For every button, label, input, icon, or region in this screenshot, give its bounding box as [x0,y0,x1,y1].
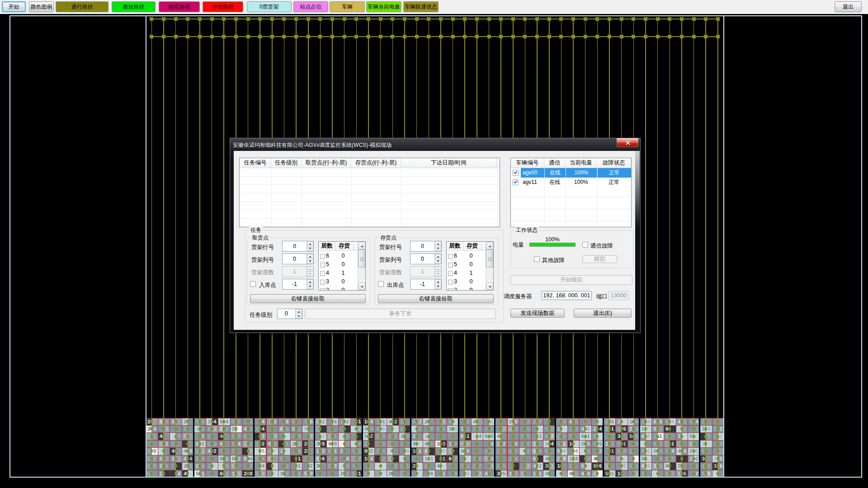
layer-row[interactable]: 30 [319,278,358,287]
toolbar-button-exit[interactable]: 退出 [835,1,862,12]
toolbar-button-traffic-path[interactable]: 通行路径 [56,1,108,12]
toolbar-button-layer0-shelf[interactable]: 0层货架 [247,1,292,12]
vehicle-table[interactable]: 车辆编号通信当前电量故障状态agv00在线100%正常agv11在线100%正常 [510,158,632,227]
storage-point-checkbox[interactable] [378,281,384,287]
spin-down[interactable] [435,246,441,252]
list-scrollbar[interactable] [486,242,493,290]
column-header[interactable]: 车辆编号 [511,158,544,168]
column-header[interactable]: 当前电量 [566,158,597,168]
scroll-up-button[interactable] [486,242,493,249]
close-button[interactable] [616,138,639,148]
layer-row[interactable]: 41 [447,270,486,278]
scroll-thumb[interactable] [486,249,493,267]
toolbar-button-color-legend[interactable]: 颜色图例 [29,1,54,12]
vehicle-row[interactable]: agv11在线100%正常 [511,178,631,187]
layer-checkbox[interactable] [448,288,453,291]
layer-row[interactable]: 60 [447,253,486,261]
spin-up[interactable] [435,254,441,259]
layer-checkbox[interactable] [320,280,325,285]
other-fault-checkbox[interactable] [534,256,540,262]
dialog-titlebar[interactable]: 安徽依诺玛智能科技有限公司-AGVs调度监控系统(WCS)-模拟现场 [230,138,640,151]
column-header[interactable]: 通信 [544,158,566,168]
vehicle-row[interactable]: agv00在线100%正常 [511,168,631,178]
toolbar-button-station-occupancy[interactable]: 站点占位 [293,1,328,12]
layer-checkbox[interactable] [320,263,325,267]
start-simulation-button[interactable]: 开始模拟 [510,275,632,285]
toolbar-button-shortest-path[interactable]: 最短路径 [112,1,156,12]
layer-checkbox[interactable] [448,254,453,259]
spin-down[interactable] [435,284,441,290]
vehicle-checkbox[interactable] [513,170,519,176]
layer-row[interactable]: 50 [319,261,358,270]
storage-row-label: 货架行号 [379,244,402,251]
layer-row[interactable]: 20 [447,287,486,291]
spin-down[interactable] [307,259,313,264]
toolbar-button-vehicle-battery[interactable]: 车辆当前电量 [366,1,401,12]
storage-layer-spinner[interactable]: 1 [410,266,442,277]
storage-layer-list[interactable]: 层数存货6050413020 [446,241,494,291]
toolbar-button-vehicle[interactable]: 车辆 [330,1,365,12]
layer-row[interactable]: 30 [447,278,486,287]
storage-col-spinner[interactable]: 0 [410,253,442,264]
spin-up[interactable] [435,241,441,246]
spin-up[interactable] [307,267,313,272]
spin-up[interactable] [307,279,313,284]
pickup-point-checkbox[interactable] [250,281,256,287]
pickup-pick-button[interactable]: 右键直接拾取 [250,294,366,303]
storage-pick-button[interactable]: 右键直接拾取 [378,294,494,303]
toolbar-button-locked-path[interactable]: 锁定路径 [159,1,200,12]
layer-checkbox[interactable] [320,288,325,291]
toolbar-button-vehicle-connectivity[interactable]: 车辆联通状态 [403,1,439,12]
column-header[interactable]: 存货点(行-列-层) [351,158,401,168]
layer-row[interactable]: 60 [319,253,358,261]
task-table-empty-row [240,168,500,177]
spin-up[interactable] [435,279,441,284]
scroll-down-button[interactable] [486,282,493,290]
task-table[interactable]: 任务编号任务级别取货点(行-列-层)存货点(行-列-层)下达日期/时间 [239,158,500,227]
dispatch-button[interactable]: 事务下发 [305,309,496,319]
column-header[interactable]: 故障状态 [597,158,631,168]
spin-up[interactable] [307,254,313,259]
layer-checkbox[interactable] [320,271,325,276]
spin-down[interactable] [435,272,441,277]
storage-row-spinner[interactable]: 0 [410,241,442,252]
comm-fault-checkbox[interactable] [582,242,588,248]
storage-point-spinner[interactable]: -1 [410,279,442,290]
column-header[interactable]: 任务级别 [271,158,302,168]
simulate-button[interactable]: 模拟 [582,255,617,263]
toolbar-button-start[interactable]: 开始 [2,1,26,12]
pickup-row-spinner[interactable]: 0 [282,241,314,252]
layer-checkbox[interactable] [320,254,325,259]
layer-row[interactable]: 41 [319,270,358,278]
column-header[interactable]: 取货点(行-列-层) [302,158,351,168]
spin-down[interactable] [307,246,313,252]
spin-down[interactable] [307,284,313,290]
toolbar-button-conflict-path[interactable]: 冲突路径 [203,1,243,12]
task-level-spinner[interactable]: 0 [277,309,302,319]
list-scrollbar[interactable] [358,242,365,290]
pickup-col-spinner[interactable]: 0 [282,253,314,264]
spin-down[interactable] [307,272,313,277]
pickup-point-spinner[interactable]: -1 [282,279,314,290]
scroll-down-button[interactable] [358,282,365,290]
pickup-layer-list[interactable]: 层数存货6050413020 [318,241,366,291]
layer-checkbox[interactable] [448,280,453,285]
column-header[interactable]: 下达日期/时间 [401,158,497,168]
dialog-exit-button[interactable]: 退出(E) [574,309,632,318]
layer-row[interactable]: 50 [447,261,486,270]
layer-checkbox[interactable] [448,263,453,267]
spin-up[interactable] [435,267,441,272]
spin-up[interactable] [307,241,313,246]
spin-down[interactable] [296,314,302,319]
column-header[interactable]: 任务编号 [240,158,271,168]
vehicle-checkbox[interactable] [513,179,519,185]
server-ip-input[interactable]: 192. 168. 000. 001 [542,291,592,300]
send-site-data-button[interactable]: 发送现场数据 [510,309,565,318]
spin-up[interactable] [296,309,302,314]
scroll-up-button[interactable] [358,242,365,249]
spin-down[interactable] [435,259,441,264]
pickup-layer-spinner[interactable]: 1 [282,266,314,277]
layer-checkbox[interactable] [448,271,453,276]
scroll-thumb[interactable] [358,249,365,267]
layer-row[interactable]: 20 [319,287,358,291]
